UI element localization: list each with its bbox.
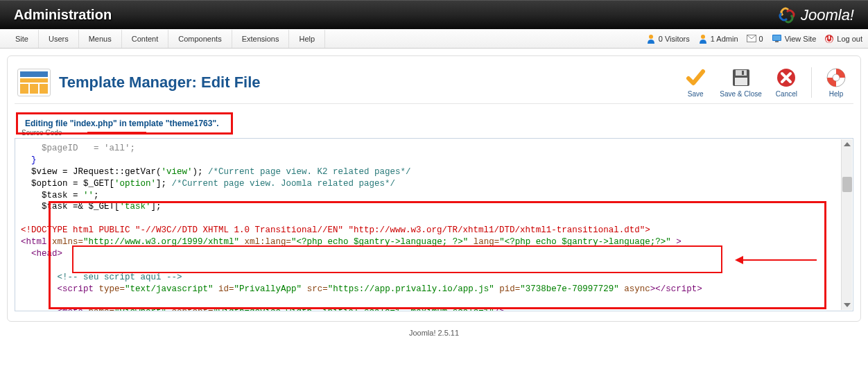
code-tag: /> bbox=[494, 307, 505, 311]
code-attr: src= bbox=[302, 284, 328, 294]
cancel-button[interactable]: Cancel bbox=[776, 67, 797, 98]
monitor-icon bbox=[772, 34, 782, 43]
code-cmt: /*Current page view. Joomla related page… bbox=[172, 179, 396, 189]
status-messages[interactable]: 0 bbox=[747, 35, 763, 43]
code-attr: pid= bbox=[494, 284, 521, 294]
annotation-arrow-line bbox=[740, 259, 817, 261]
status-admin[interactable]: 1 Admin bbox=[698, 34, 738, 44]
code-line: $task =& $_GET[ bbox=[21, 202, 120, 211]
code-doctype: "-//W3C//DTD XHTML 1.0 Transitional//EN"… bbox=[135, 225, 645, 235]
content-panel: Template Manager: Edit File Save Save & … bbox=[7, 55, 861, 322]
save-close-label: Save & Close bbox=[720, 90, 762, 98]
menu-users[interactable]: Users bbox=[39, 30, 79, 48]
source-code-editor[interactable]: $pageID = 'all'; } $view = JRequest::get… bbox=[15, 138, 853, 311]
code-line: } bbox=[21, 155, 37, 165]
code-cmt: <!-- seu script aqui --> bbox=[21, 273, 182, 282]
status-logout-text: Log out bbox=[837, 35, 862, 43]
code-doctype: <!DOCTYPE html PUBLIC bbox=[21, 225, 135, 235]
code-attr: xml:lang= bbox=[239, 237, 291, 247]
code-line: $option = $_GET[ bbox=[21, 179, 114, 189]
code-str: 'option' bbox=[114, 179, 156, 189]
code-str: "PrivallyApp" bbox=[234, 284, 302, 294]
svg-point-0 bbox=[649, 35, 653, 39]
code-line: $view = JRequest::getVar( bbox=[21, 167, 162, 177]
status-visitors[interactable]: 0 Visitors bbox=[646, 34, 690, 44]
code-tag: <html bbox=[21, 237, 52, 247]
user-icon bbox=[698, 34, 708, 44]
save-close-button[interactable]: Save & Close bbox=[720, 67, 762, 98]
svg-rect-5 bbox=[775, 41, 779, 42]
code-line: $task = bbox=[21, 191, 83, 200]
code-seg: ]; bbox=[151, 202, 162, 211]
code-tag: > bbox=[671, 237, 682, 247]
scrollbar[interactable] bbox=[841, 139, 852, 310]
help-button[interactable]: Help bbox=[826, 67, 847, 98]
svg-rect-4 bbox=[773, 35, 781, 40]
status-visitors-text: 0 Visitors bbox=[659, 35, 690, 43]
code-tag: ></script> bbox=[650, 284, 702, 294]
code-str: "https://app.privally.io/app.js" bbox=[328, 284, 494, 294]
banner-title: Administration bbox=[14, 7, 112, 23]
menu-help[interactable]: Help bbox=[289, 30, 325, 48]
menu-site[interactable]: Site bbox=[6, 30, 39, 48]
svg-point-1 bbox=[701, 35, 705, 39]
status-logout[interactable]: Log out bbox=[824, 34, 862, 44]
footer-version: Joomla! 2.5.11 bbox=[0, 329, 868, 337]
joomla-logo-icon bbox=[777, 6, 797, 24]
menu-content[interactable]: Content bbox=[122, 30, 169, 48]
code-str: '' bbox=[83, 191, 94, 200]
toolbar: Save Save & Close Cancel Help bbox=[685, 67, 851, 98]
status-admin-text: 1 Admin bbox=[711, 35, 738, 43]
cancel-icon bbox=[776, 67, 797, 88]
envelope-icon bbox=[747, 35, 756, 42]
menu-components[interactable]: Components bbox=[168, 30, 232, 48]
help-label: Help bbox=[829, 90, 844, 98]
logout-icon bbox=[824, 34, 834, 44]
menubar: Site Users Menus Content Components Exte… bbox=[0, 29, 868, 49]
disk-icon bbox=[731, 67, 752, 88]
legend-highlight: Editing file "index.php" in template "th… bbox=[16, 112, 233, 135]
separator bbox=[811, 67, 812, 98]
svg-rect-10 bbox=[742, 71, 744, 75]
code-str: "width=device-width, initial-scale=1, ma… bbox=[214, 307, 494, 311]
scroll-thumb[interactable] bbox=[842, 177, 852, 192]
page-title: Template Manager: Edit File bbox=[59, 74, 261, 92]
code-attr: async bbox=[619, 284, 650, 294]
user-icon bbox=[646, 34, 656, 44]
underline-annotation bbox=[87, 132, 146, 134]
code-str: 'view' bbox=[162, 167, 193, 177]
save-button[interactable]: Save bbox=[685, 67, 706, 98]
cancel-label: Cancel bbox=[776, 90, 797, 98]
code-tag: <script bbox=[21, 284, 99, 294]
code-tag: <meta bbox=[21, 307, 89, 311]
status-view-site-text: View Site bbox=[785, 35, 817, 43]
code-seg: ]; bbox=[156, 179, 172, 189]
code-doctype: > bbox=[645, 225, 650, 235]
header-left: Template Manager: Edit File bbox=[17, 69, 261, 96]
status-bar: 0 Visitors 1 Admin 0 View Site Log out bbox=[646, 34, 862, 44]
code-seg: ; bbox=[94, 191, 99, 200]
code-attr: lang= bbox=[468, 237, 499, 247]
brand-text: Joomla! bbox=[801, 6, 854, 24]
status-messages-text: 0 bbox=[759, 35, 763, 43]
status-view-site[interactable]: View Site bbox=[772, 34, 817, 43]
code-str: "text/javascript" bbox=[125, 284, 214, 294]
code-str: "viewport" bbox=[114, 307, 166, 311]
scroll-up-icon[interactable] bbox=[844, 142, 851, 146]
code-str: "3738be7e-70997729" bbox=[520, 284, 619, 294]
code-seg: ); bbox=[193, 167, 209, 177]
admin-banner: Administration Joomla! bbox=[0, 0, 868, 29]
code-str: "http://www.w3.org/1999/xhtml" bbox=[83, 237, 239, 247]
code-str: "<?php echo $gantry->language;?>" bbox=[499, 237, 671, 247]
code-attr: id= bbox=[214, 284, 234, 294]
svg-rect-9 bbox=[736, 70, 747, 76]
menu-menus[interactable]: Menus bbox=[79, 30, 122, 48]
menu-extensions[interactable]: Extensions bbox=[232, 30, 290, 48]
annotation-arrow-head-icon bbox=[735, 256, 743, 264]
scroll-down-icon[interactable] bbox=[844, 303, 851, 307]
header-row: Template Manager: Edit File Save Save & … bbox=[15, 63, 853, 104]
code-cmt: /*Current page view. K2 related pages*/ bbox=[208, 167, 411, 177]
save-label: Save bbox=[688, 90, 704, 98]
code-attr: xmlns= bbox=[52, 237, 83, 247]
code-line: $pageID = 'all'; bbox=[21, 144, 135, 153]
